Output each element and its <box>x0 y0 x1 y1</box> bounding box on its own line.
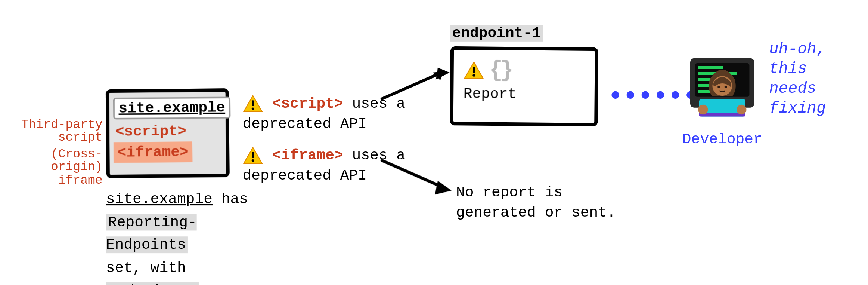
caption-text: has <box>213 191 248 208</box>
svg-line-2 <box>382 71 444 99</box>
browser-window: site.example <script> <iframe> <box>106 88 230 178</box>
arrow-to-noreport <box>379 153 463 207</box>
developer-icon <box>685 49 759 123</box>
label-third-party-script: Third-party script <box>9 119 103 144</box>
message-tag: <iframe> <box>272 147 343 164</box>
quote-line: this <box>769 59 826 79</box>
svg-point-18 <box>737 105 746 114</box>
quote-line: uh-oh, <box>769 40 826 59</box>
endpoint-name-label: endpoint-1 <box>450 25 543 42</box>
developer-label: Developer <box>678 131 767 148</box>
developer-quote: uh-oh, this needs fixing <box>769 40 826 119</box>
no-report-text: No report is generated or sent. <box>456 183 616 223</box>
svg-rect-7 <box>698 66 723 69</box>
label-line: (Cross-origin) <box>5 148 102 174</box>
label-line: Third-party <box>9 119 103 132</box>
label-line: iframe <box>5 174 102 187</box>
browser-address: site.example <box>113 97 231 120</box>
text-line: No report is <box>456 183 616 202</box>
svg-point-13 <box>717 86 720 88</box>
svg-line-4 <box>382 160 444 188</box>
browser-script-tag: <script> <box>113 122 222 141</box>
message-tag: <script> <box>272 95 343 112</box>
quote-line: needs <box>769 79 826 99</box>
warning-icon <box>242 95 263 113</box>
developer-illustration: Developer <box>678 49 767 148</box>
endpoint-name: endpoint-1 <box>450 25 543 42</box>
svg-point-14 <box>725 86 727 88</box>
caption-header: Reporting-Endpoints <box>106 214 197 253</box>
text-line: generated or sent. <box>456 203 616 223</box>
label-cross-origin-iframe: (Cross-origin) iframe <box>5 148 102 187</box>
browser-caption: site.example has Reporting-Endpoints set… <box>106 188 269 285</box>
endpoint-report-label: Report <box>464 86 585 103</box>
braces-icon: {} <box>489 59 511 82</box>
caption-endpoint: endpoint-1 <box>106 282 199 285</box>
label-line: script <box>9 131 103 144</box>
svg-point-17 <box>698 105 708 114</box>
browser-iframe-tag: <iframe> <box>114 141 193 163</box>
warning-icon <box>464 61 484 79</box>
caption-text: set, with <box>106 260 186 276</box>
arrow-to-endpoint <box>379 62 458 111</box>
warning-icon <box>242 147 263 165</box>
caption-site: site.example <box>106 191 213 208</box>
endpoint-box: {} Report <box>450 46 598 126</box>
caption-text: . <box>199 282 217 285</box>
quote-line: fixing <box>769 99 826 119</box>
